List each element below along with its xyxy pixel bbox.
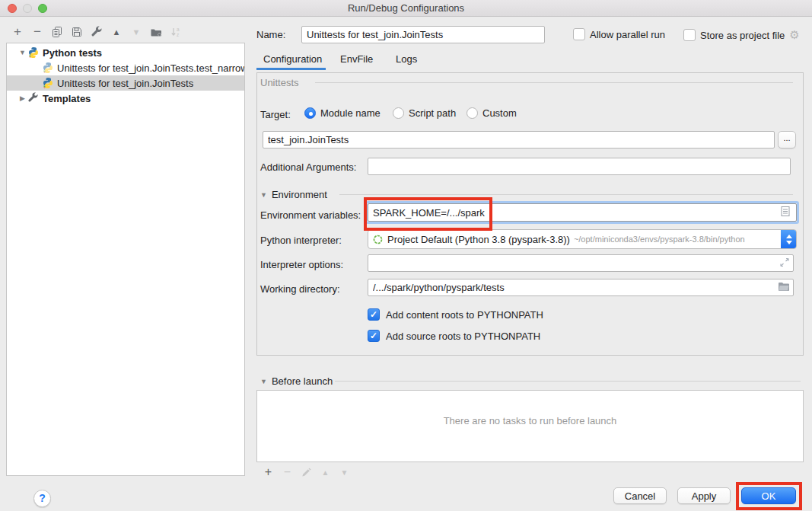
move-down-icon[interactable]: ▼	[126, 24, 146, 40]
before-launch-section-header[interactable]: ▼ Before launch	[260, 375, 333, 387]
before-launch-panel: There are no tasks to run before launch	[256, 390, 804, 462]
add-configuration-icon[interactable]: +	[8, 24, 27, 40]
add-source-roots-checkbox[interactable]: ✓ Add source roots to PYTHONPATH	[368, 330, 540, 342]
add-content-roots-checkbox[interactable]: ✓ Add content roots to PYTHONPATH	[368, 308, 543, 321]
interpreter-options-input[interactable]	[368, 254, 794, 272]
window-titlebar: Run/Debug Configurations	[0, 0, 812, 17]
target-radio-custom[interactable]: Custom	[467, 107, 517, 119]
active-tab-indicator	[256, 68, 326, 70]
edit-variables-list-icon[interactable]	[781, 206, 812, 219]
target-radio-script-path[interactable]: Script path	[393, 107, 456, 119]
radio-label: Script path	[409, 107, 456, 119]
add-source-roots-label: Add source roots to PYTHONPATH	[386, 331, 540, 342]
tab-envfile[interactable]: EnvFile	[340, 53, 373, 65]
python-interpreter-path: ~/opt/miniconda3/envs/pyspark-3.8/bin/py…	[574, 235, 745, 244]
section-divider	[339, 194, 793, 195]
annotation-box-ok-button	[736, 482, 802, 510]
annotation-box-environment-variables	[364, 197, 492, 231]
configurations-tree: ▼ Python tests Unittests for test_join.J…	[6, 43, 245, 476]
store-as-project-file-label: Store as project file	[700, 30, 785, 41]
python-interpreter-select[interactable]: Project Default (Python 3.8 (pyspark-3.8…	[368, 229, 797, 249]
target-label: Target:	[260, 109, 291, 120]
environment-variables-label: Environment variables:	[260, 209, 361, 221]
python-test-icon	[42, 62, 54, 74]
interpreter-options-label: Interpreter options:	[260, 259, 343, 270]
move-up-icon[interactable]: ▲	[107, 24, 126, 40]
python-interpreter-label: Python interpreter:	[260, 235, 342, 246]
cancel-button[interactable]: Cancel	[613, 487, 667, 504]
allow-parallel-run-checkbox[interactable]: Allow parallel run	[573, 28, 665, 40]
remove-task-icon[interactable]: −	[278, 465, 297, 480]
additional-arguments-input[interactable]	[368, 158, 791, 175]
tree-item-label: Unittests for test_join.JoinTests.test_n…	[57, 62, 245, 74]
allow-parallel-run-label: Allow parallel run	[590, 29, 665, 40]
additional-arguments-label: Additional Arguments:	[260, 161, 356, 173]
radio-unselected-icon[interactable]	[393, 107, 404, 119]
before-launch-empty-text: There are no tasks to run before launch	[257, 415, 803, 426]
target-input[interactable]	[263, 131, 775, 149]
add-task-icon[interactable]: +	[259, 465, 278, 480]
collapse-expanded-icon[interactable]: ▼	[260, 191, 267, 199]
tree-item-python-tests[interactable]: ▼ Python tests	[7, 45, 244, 60]
edit-templates-wrench-icon[interactable]	[87, 24, 107, 40]
name-label: Name:	[256, 29, 285, 40]
add-content-roots-label: Add content roots to PYTHONPATH	[386, 309, 543, 321]
store-settings-gear-icon[interactable]: ⚙	[789, 28, 799, 42]
sort-configurations-icon[interactable]: az	[166, 24, 186, 40]
browse-target-button[interactable]: ...	[778, 131, 796, 149]
conda-environment-icon	[373, 235, 383, 244]
svg-text:a: a	[177, 27, 180, 32]
section-divider	[335, 381, 801, 382]
templates-wrench-icon	[27, 92, 40, 104]
radio-unselected-icon[interactable]	[467, 107, 478, 119]
checkbox-unchecked-icon[interactable]	[573, 28, 585, 40]
working-directory-input[interactable]	[368, 279, 794, 296]
combobox-stepper-icon[interactable]	[781, 229, 797, 249]
save-configuration-icon[interactable]	[67, 24, 87, 40]
environment-section-label: Environment	[272, 189, 327, 200]
python-test-icon	[42, 77, 54, 89]
copy-configuration-icon[interactable]	[47, 24, 67, 40]
radio-label: Custom	[482, 107, 517, 119]
radio-label: Module name	[320, 107, 381, 119]
working-directory-label: Working directory:	[260, 283, 340, 295]
environment-section-header[interactable]: ▼ Environment	[260, 189, 327, 200]
tree-item-label: Templates	[43, 93, 91, 104]
help-button[interactable]: ?	[33, 490, 51, 507]
tree-item-unittests-test-narrow[interactable]: Unittests for test_join.JoinTests.test_n…	[7, 60, 244, 75]
checkbox-checked-icon[interactable]: ✓	[368, 308, 380, 321]
unittests-group-label: Unittests	[260, 77, 299, 88]
checkbox-unchecked-icon[interactable]	[683, 29, 696, 41]
configurations-toolbar: + − ▲ ▼ az	[8, 24, 186, 40]
tree-item-label: Unittests for test_join.JoinTests	[57, 78, 193, 89]
edit-task-pencil-icon[interactable]	[297, 465, 316, 480]
tree-item-unittests-jointests[interactable]: Unittests for test_join.JoinTests	[7, 75, 244, 91]
tree-item-label: Python tests	[43, 47, 102, 59]
radio-selected-icon[interactable]	[304, 107, 316, 119]
store-as-project-file-checkbox[interactable]: Store as project file ⚙	[683, 28, 800, 42]
remove-configuration-icon[interactable]: −	[27, 24, 47, 40]
browse-folder-icon[interactable]	[778, 282, 808, 294]
window-title: Run/Debug Configurations	[0, 2, 812, 14]
tab-logs[interactable]: Logs	[396, 53, 417, 65]
checkbox-checked-icon[interactable]: ✓	[368, 330, 380, 342]
apply-button[interactable]: Apply	[677, 487, 731, 504]
python-interpreter-value: Project Default (Python 3.8 (pyspark-3.8…	[387, 234, 570, 245]
group-divider	[315, 82, 793, 83]
move-task-down-icon[interactable]: ▼	[335, 465, 354, 480]
move-task-up-icon[interactable]: ▲	[316, 465, 335, 480]
expand-field-icon[interactable]	[780, 258, 808, 270]
target-radio-module-name[interactable]: Module name	[304, 107, 381, 119]
tree-item-templates[interactable]: ▶ Templates	[7, 91, 244, 106]
svg-text:z: z	[177, 32, 179, 37]
name-input[interactable]	[301, 26, 545, 43]
expander-collapsed-icon[interactable]: ▶	[18, 94, 27, 102]
before-launch-section-label: Before launch	[272, 375, 333, 387]
collapse-expanded-icon[interactable]: ▼	[260, 378, 267, 385]
new-folder-icon[interactable]	[146, 24, 166, 40]
tab-configuration[interactable]: Configuration	[263, 53, 322, 65]
expander-expanded-icon[interactable]: ▼	[18, 49, 27, 56]
before-launch-toolbar: + − ▲ ▼	[259, 465, 354, 480]
python-tests-icon	[27, 46, 40, 59]
